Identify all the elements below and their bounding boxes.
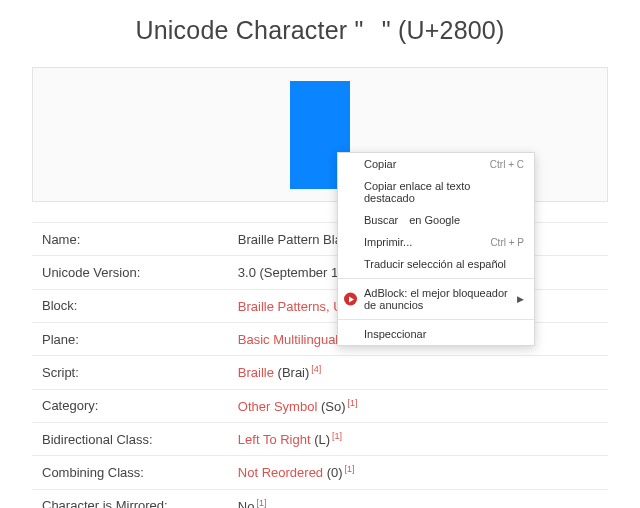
chevron-right-icon: ▶	[517, 294, 524, 304]
ref-link[interactable]: [1]	[332, 431, 342, 441]
ctx-adblock[interactable]: AdBlock: el mejor bloqueador de anuncios…	[338, 282, 534, 316]
ctx-copy[interactable]: Copiar Ctrl + C	[338, 153, 534, 175]
table-row: Category: Other Symbol (So)[1]	[32, 389, 608, 422]
separator	[338, 319, 534, 320]
row-key: Character is Mirrored:	[32, 489, 228, 508]
ctx-copy-link[interactable]: Copiar enlace al texto destacado	[338, 175, 534, 209]
link[interactable]: Braille	[238, 366, 274, 381]
row-key: Bidirectional Class:	[32, 422, 228, 455]
ctx-search[interactable]: Buscar en Google	[338, 209, 534, 231]
row-key: Combining Class:	[32, 456, 228, 489]
link[interactable]: Not Reordered	[238, 466, 323, 481]
row-key: Plane:	[32, 322, 228, 355]
ref-link[interactable]: [1]	[347, 398, 357, 408]
ctx-translate[interactable]: Traducir selección al español	[338, 253, 534, 275]
table-row: Bidirectional Class: Left To Right (L)[1…	[32, 422, 608, 455]
table-row: Script: Braille (Brai)[4]	[32, 356, 608, 389]
row-val: No[1]	[228, 489, 608, 508]
row-val: Left To Right (L)[1]	[228, 422, 608, 455]
page-title: Unicode Character "⠀" (U+2800)	[0, 0, 640, 67]
table-row: Combining Class: Not Reordered (0)[1]	[32, 456, 608, 489]
row-key: Name:	[32, 223, 228, 256]
row-val: Other Symbol (So)[1]	[228, 389, 608, 422]
separator	[338, 278, 534, 279]
link[interactable]: Other Symbol	[238, 399, 317, 414]
row-key: Script:	[32, 356, 228, 389]
ctx-inspect[interactable]: Inspeccionar	[338, 323, 534, 345]
ref-link[interactable]: [1]	[345, 464, 355, 474]
adblock-icon	[344, 293, 357, 306]
context-menu: Copiar Ctrl + C Copiar enlace al texto d…	[337, 152, 535, 346]
ref-link[interactable]: [4]	[311, 364, 321, 374]
link[interactable]: Left To Right	[238, 432, 311, 447]
row-key: Unicode Version:	[32, 256, 228, 289]
shortcut-text: Ctrl + C	[490, 159, 524, 170]
ctx-print[interactable]: Imprimir... Ctrl + P	[338, 231, 534, 253]
row-val: Not Reordered (0)[1]	[228, 456, 608, 489]
row-key: Block:	[32, 289, 228, 322]
ref-link[interactable]: [1]	[256, 498, 266, 508]
shortcut-text: Ctrl + P	[490, 237, 524, 248]
row-key: Category:	[32, 389, 228, 422]
table-row: Character is Mirrored: No[1]	[32, 489, 608, 508]
row-val: Braille (Brai)[4]	[228, 356, 608, 389]
